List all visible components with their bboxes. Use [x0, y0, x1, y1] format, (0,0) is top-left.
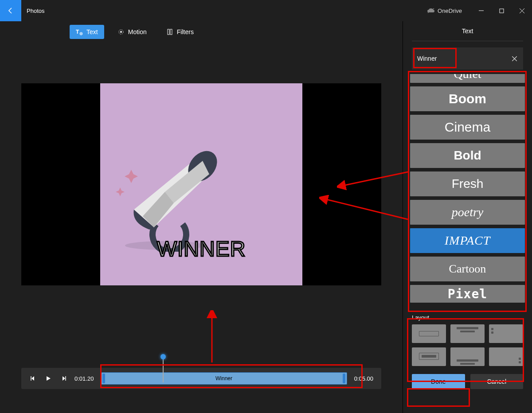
cloud-off-icon: [427, 8, 435, 13]
playhead[interactable]: [163, 356, 164, 382]
next-frame-icon: [60, 375, 66, 382]
onedrive-label: OneDrive: [438, 8, 462, 14]
svg-point-9: [120, 31, 122, 33]
total-time: 0:05.00: [354, 375, 373, 382]
style-boom[interactable]: Boom: [410, 86, 525, 111]
tab-text-label: Text: [86, 28, 98, 35]
motion-icon: [117, 28, 125, 35]
play-button[interactable]: [41, 371, 56, 386]
style-poetry[interactable]: poetry: [410, 200, 525, 225]
layout-center-box[interactable]: [412, 347, 446, 366]
timeline-bar: 0:01.20 Winner 0:05.00: [21, 368, 381, 389]
text-input-row: [412, 47, 523, 70]
preview-area: T Text Motion Filters: [0, 21, 403, 413]
close-icon: [520, 8, 524, 13]
titlebar: Photos OneDrive: [0, 0, 532, 21]
layout-left-top[interactable]: [489, 324, 523, 343]
style-quiet[interactable]: Quiet: [410, 74, 525, 83]
video-content: WINNER: [100, 83, 302, 285]
back-button[interactable]: [0, 0, 21, 21]
buttons-row: Done Cancel: [412, 374, 523, 389]
tab-filters[interactable]: Filters: [160, 25, 200, 39]
minimize-button[interactable]: [471, 4, 491, 18]
cancel-button[interactable]: Cancel: [470, 374, 524, 389]
next-frame-button[interactable]: [56, 371, 71, 386]
preview-overlay-text: WINNER: [157, 237, 246, 261]
prev-frame-icon: [30, 375, 36, 382]
svg-rect-2: [500, 9, 504, 13]
prev-frame-button[interactable]: [26, 371, 41, 386]
layout-label: Layout: [412, 314, 523, 321]
play-icon: [45, 375, 51, 382]
style-pixel[interactable]: Pixel: [410, 285, 525, 303]
clip-label: Winner: [215, 375, 232, 382]
style-cartoon[interactable]: Cartoon: [410, 257, 525, 281]
clear-text-button[interactable]: [505, 56, 523, 61]
panel-header: Text: [412, 21, 523, 41]
layout-center-bottom[interactable]: [450, 347, 485, 366]
current-time: 0:01.20: [74, 375, 94, 382]
clip-end-handle[interactable]: [343, 374, 345, 383]
layout-center-top[interactable]: [450, 324, 485, 343]
filters-icon: [166, 28, 173, 35]
layout-grid: [412, 324, 523, 366]
style-impact[interactable]: IMPACT: [410, 228, 525, 253]
right-panel: Text Quiet Boom Cinema Bold Fresh poetry…: [403, 21, 532, 413]
onedrive-status[interactable]: OneDrive: [427, 8, 462, 14]
done-button[interactable]: Done: [412, 374, 465, 389]
close-button[interactable]: [512, 4, 532, 18]
tab-motion[interactable]: Motion: [111, 25, 153, 39]
style-cinema[interactable]: Cinema: [410, 115, 525, 140]
video-canvas: WINNER: [21, 83, 381, 285]
svg-rect-12: [170, 29, 172, 35]
back-arrow-icon: [7, 7, 14, 14]
top-tabs: T Text Motion Filters: [0, 21, 381, 43]
text-icon: T: [76, 28, 83, 35]
svg-rect-11: [168, 29, 169, 35]
minimize-icon: [479, 8, 484, 13]
tab-filters-label: Filters: [177, 28, 194, 35]
text-input[interactable]: [412, 51, 505, 66]
tab-text[interactable]: T Text: [70, 25, 104, 39]
styles-list: Quiet Boom Cinema Bold Fresh poetry IMPA…: [410, 74, 525, 309]
app-title: Photos: [27, 8, 44, 14]
clip-start-handle[interactable]: [102, 374, 105, 383]
layout-right-bottom[interactable]: [489, 347, 523, 366]
titlebar-right: OneDrive: [427, 0, 532, 21]
style-fresh[interactable]: Fresh: [410, 171, 525, 196]
maximize-button[interactable]: [491, 4, 512, 18]
maximize-icon: [499, 8, 504, 13]
x-icon: [512, 56, 517, 61]
layout-center-middle[interactable]: [412, 324, 446, 343]
timeline-track[interactable]: Winner: [101, 372, 347, 385]
tab-motion-label: Motion: [128, 28, 147, 35]
style-bold[interactable]: Bold: [410, 143, 525, 168]
svg-text:T: T: [76, 29, 79, 35]
main: T Text Motion Filters: [0, 21, 532, 413]
layout-section: Layout: [412, 314, 523, 366]
